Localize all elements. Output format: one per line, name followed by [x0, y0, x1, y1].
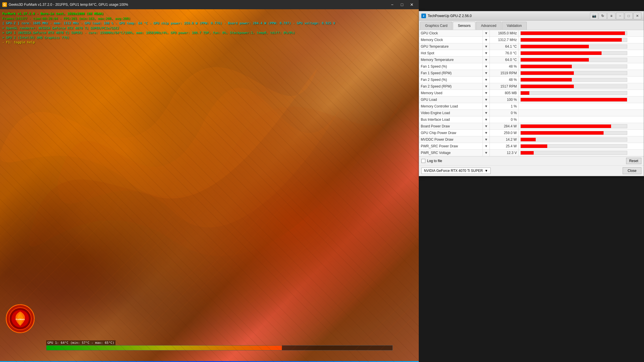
- bar-container: [520, 58, 627, 62]
- sensor-row: Bus Interface Load▼0 %: [419, 116, 644, 123]
- sensor-dropdown-arrow[interactable]: ▼: [483, 37, 490, 43]
- sensor-value: 284.4 W: [490, 123, 519, 130]
- bar-fill: [521, 91, 529, 95]
- sensor-name: GPU Chip Power Draw: [419, 130, 483, 136]
- bar-fill: [521, 131, 604, 135]
- gpu-selector: NVIDIA GeForce RTX 4070 Ti SUPER ▼: [421, 168, 491, 174]
- sensor-dropdown-arrow[interactable]: ▼: [483, 150, 490, 156]
- sensor-row: Board Power Draw▼284.4 W: [419, 123, 644, 130]
- sensor-row: PWR_SRC Power Draw▼25.4 W: [419, 143, 644, 150]
- gpuz-minimize-button[interactable]: −: [616, 12, 624, 19]
- sensor-dropdown-arrow[interactable]: ▼: [483, 70, 490, 77]
- sensor-dropdown-arrow[interactable]: ▼: [483, 116, 490, 123]
- reset-button[interactable]: Reset: [626, 158, 641, 164]
- sensor-dropdown-arrow[interactable]: ▼: [483, 63, 490, 70]
- furmark-maximize-button[interactable]: □: [397, 1, 407, 9]
- sensor-row: Memory Clock▼1312.7 MHz: [419, 37, 644, 43]
- log-to-file-checkbox[interactable]: [421, 159, 425, 163]
- sensor-dropdown-arrow[interactable]: ▼: [483, 143, 490, 150]
- furmark-title: Geeks3D FurMark v1.37.2.0 - 201FPS, GPU1…: [9, 3, 128, 7]
- sensor-row: Memory Controller Load▼1 %: [419, 103, 644, 110]
- sensor-dropdown-arrow[interactable]: ▼: [483, 43, 490, 50]
- sensor-bar: [519, 43, 644, 50]
- gpuz-camera-button[interactable]: 📷: [590, 12, 598, 19]
- bar-container: [520, 131, 627, 135]
- overlay-line-2: Frames:241377 - time:00:20:04 - FPS:201 …: [2, 16, 335, 21]
- bar-fill: [521, 144, 547, 148]
- sensor-row: PWR_SRC Voltage▼12.3 V: [419, 150, 644, 156]
- bar-fill: [521, 125, 611, 128]
- sensor-row: Memory Used▼805 MB: [419, 90, 644, 96]
- tab-validation[interactable]: Validation: [502, 22, 527, 30]
- sensor-dropdown-arrow[interactable]: ▼: [483, 77, 490, 83]
- bar-fill: [521, 45, 589, 48]
- sensor-dropdown-arrow[interactable]: ▼: [483, 57, 490, 63]
- close-button[interactable]: Close: [623, 167, 641, 174]
- svg-text:FurMark: FurMark: [16, 318, 25, 321]
- sensor-dropdown-arrow[interactable]: ▼: [483, 130, 490, 136]
- sensor-value: 48 %: [490, 77, 519, 83]
- gpuz-titlebar-controls: 📷 ↻ ≡ − □ ✕: [590, 12, 641, 19]
- gpuz-menu-button[interactable]: ≡: [607, 12, 615, 19]
- sensor-row: Fan 2 Speed (%)▼48 %: [419, 77, 644, 83]
- sensor-name: Fan 1 Speed (RPM): [419, 70, 483, 77]
- sensor-dropdown-arrow[interactable]: ▼: [483, 136, 490, 143]
- gpuz-close-button[interactable]: ✕: [633, 12, 641, 19]
- gpu-dropdown-arrow: ▼: [485, 169, 488, 173]
- gpuz-maximize-button[interactable]: □: [625, 12, 633, 19]
- sensor-value: 1605.0 MHz: [490, 30, 519, 37]
- sensor-name: Memory Used: [419, 90, 483, 96]
- furmark-temp-bar-fill: [46, 346, 282, 350]
- bar-container: [520, 44, 627, 49]
- sensor-name: Video Engine Load: [419, 110, 483, 116]
- sensor-value: 805 MB: [490, 90, 519, 96]
- bar-container: [520, 51, 627, 55]
- sensor-row: GPU Chip Power Draw▼259.0 W: [419, 130, 644, 136]
- sensor-dropdown-arrow[interactable]: ▼: [483, 96, 490, 103]
- sensor-name: GPU Temperature: [419, 43, 483, 50]
- sensor-value: 76.0 °C: [490, 50, 519, 57]
- bar-fill: [521, 98, 627, 101]
- sensor-value: 259.0 W: [490, 130, 519, 136]
- furmark-close-button[interactable]: ✕: [407, 1, 416, 9]
- gpuz-refresh-button[interactable]: ↻: [599, 12, 607, 19]
- sensor-value: 25.4 W: [490, 143, 519, 150]
- sensor-value: 64.0 °C: [490, 57, 519, 63]
- tab-graphics-card[interactable]: Graphics Card: [420, 22, 452, 30]
- tab-advanced[interactable]: Advanced: [476, 22, 501, 30]
- sensor-dropdown-arrow[interactable]: ▼: [483, 83, 490, 90]
- bar-container: [520, 38, 627, 42]
- sensor-value: 0 %: [490, 116, 519, 123]
- gpuz-log-row: Log to file Reset: [419, 156, 644, 165]
- sensor-name: Fan 2 Speed (%): [419, 77, 483, 83]
- sensor-value: 12.3 V: [490, 150, 519, 156]
- sensor-bar: [519, 70, 644, 77]
- sensor-dropdown-arrow[interactable]: ▼: [483, 103, 490, 110]
- bar-container: [520, 31, 627, 35]
- furmark-minimize-button[interactable]: −: [388, 1, 397, 9]
- gpu-dropdown[interactable]: NVIDIA GeForce RTX 4070 Ti SUPER ▼: [421, 168, 491, 174]
- gpuz-action-buttons: Close: [623, 167, 641, 174]
- sensors-content: GPU Clock▼1605.0 MHzMemory Clock▼1312.7 …: [419, 30, 644, 156]
- sensor-dropdown-arrow[interactable]: ▼: [483, 50, 490, 57]
- sensor-bar: [519, 136, 644, 143]
- sensor-name: GPU Clock: [419, 30, 483, 37]
- bar-fill: [521, 71, 574, 75]
- overlay-line-4: > OpenGL renderer: NVIDIA GeForce RTX 40…: [2, 26, 335, 31]
- sensor-value: 14.2 W: [490, 136, 519, 143]
- sensor-row: GPU Clock▼1605.0 MHz: [419, 30, 644, 37]
- svg-point-2: [9, 308, 31, 330]
- bar-container: [520, 98, 627, 102]
- sensor-dropdown-arrow[interactable]: ▼: [483, 123, 490, 130]
- sensor-dropdown-arrow[interactable]: ▼: [483, 110, 490, 116]
- sensor-dropdown-arrow[interactable]: ▼: [483, 90, 490, 96]
- sensor-dropdown-arrow[interactable]: ▼: [483, 30, 490, 37]
- bar-fill: [521, 151, 533, 155]
- tab-sensors[interactable]: Sensors: [453, 22, 475, 30]
- log-to-file-label: Log to file: [427, 159, 442, 163]
- overlay-line-3: [ GPU-Z ] core: 1605 MHz - mem: 1312 MHz…: [2, 21, 335, 26]
- sensor-name: Hot Spot: [419, 50, 483, 57]
- sensor-value: 0 %: [490, 110, 519, 116]
- gpuz-icon: Z: [421, 14, 426, 18]
- bar-fill: [521, 38, 622, 42]
